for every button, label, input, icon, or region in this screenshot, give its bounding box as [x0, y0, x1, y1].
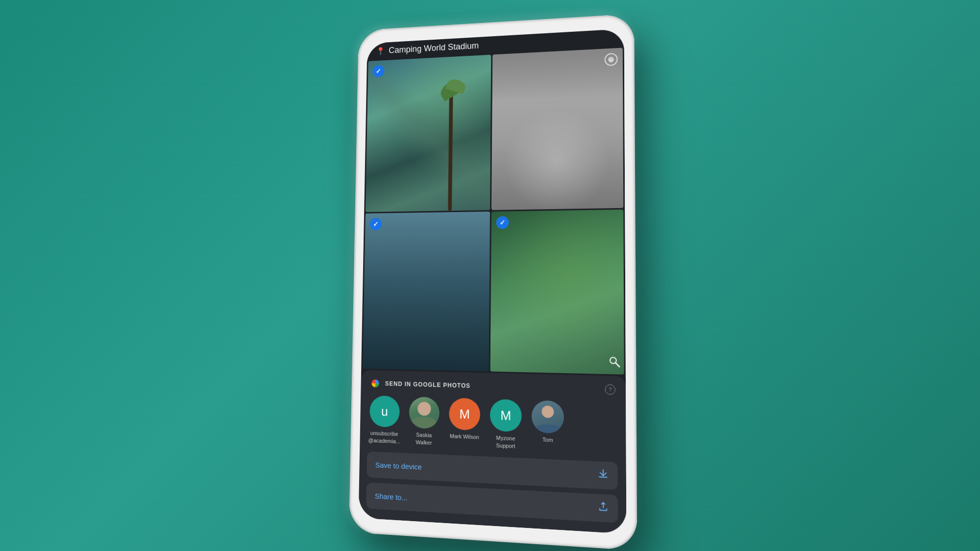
bottom-sheet: SEND IN GOOGLE PHOTOS ? u unsubscribe@ac…	[359, 370, 627, 533]
photo-check-4: ✓	[496, 216, 509, 229]
photo-grid: ✓ 🕐 ✓ ✓	[361, 48, 626, 376]
contact-tom[interactable]: Tom	[530, 400, 566, 452]
location-title: Camping World Stadium	[389, 41, 479, 55]
share-to-button[interactable]: Share to...	[366, 482, 618, 523]
save-to-device-label: Save to device	[375, 460, 422, 471]
contact-saskia[interactable]: SaskiaWalker	[407, 396, 441, 446]
contact-avatar-saskia	[409, 396, 440, 429]
svg-line-1	[616, 363, 619, 366]
photo-cell-1[interactable]: ✓	[366, 54, 491, 212]
contact-avatar-mark: M	[449, 398, 480, 431]
google-photos-logo	[370, 378, 380, 388]
photo-cell-3[interactable]: ✓	[363, 212, 490, 372]
contacts-row: u unsubscribe@academia... SaskiaWalker M…	[360, 395, 626, 462]
send-label: SEND IN GOOGLE PHOTOS	[385, 380, 470, 389]
photo-check-3: ✓	[370, 218, 382, 230]
action-buttons: Save to device Share to...	[359, 451, 626, 523]
contact-myzone[interactable]: M MyzoneSupport	[488, 399, 523, 450]
contact-avatar-tom	[532, 400, 564, 434]
contact-avatar-u: u	[369, 395, 400, 428]
svg-point-0	[610, 357, 616, 363]
contact-avatar-myzone: M	[490, 399, 522, 432]
contact-name-myzone: MyzoneSupport	[496, 434, 515, 449]
photo-check-1: ✓	[372, 65, 384, 77]
phone-wrapper: 📍 Camping World Stadium ✓ 🕐 ✓	[349, 13, 637, 550]
contact-unsubscribe[interactable]: u unsubscribe@academia...	[368, 395, 402, 445]
contact-name-tom: Tom	[542, 436, 553, 444]
photo-cell-4[interactable]: ✓	[490, 209, 624, 374]
location-pin-icon: 📍	[376, 47, 385, 56]
